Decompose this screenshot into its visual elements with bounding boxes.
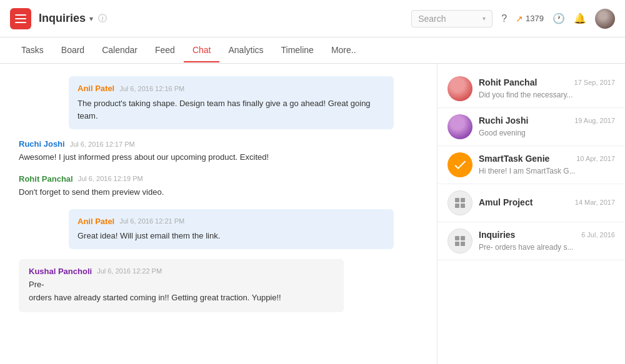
sidebar-contact-amul[interactable]: Amul Project 14 Mar, 2017 [438, 184, 625, 222]
search-box[interactable]: Search ▾ [411, 10, 492, 27]
contact-name-row: Rohit Panchal 17 Sep, 2017 [479, 77, 615, 87]
message-text: Pre-orders have already started coming i… [29, 280, 281, 302]
message-time: Jul 6, 2016 12:16 PM [119, 84, 184, 94]
contact-preview: Pre- orders have already s... [479, 243, 573, 252]
tab-chat[interactable]: Chat [184, 39, 220, 62]
message-group: Anil Patel Jul 6, 2016 12:21 PM Great id… [44, 209, 418, 249]
message-text: Awesome! I just informed press about our… [19, 152, 269, 162]
contact-preview: Good evening [479, 129, 526, 137]
message-author: Anil Patel [78, 82, 114, 95]
sidebar-contact-ruchi[interactable]: Ruchi Joshi 19 Aug, 2017 Good evening [438, 108, 625, 146]
contact-info: Amul Project 14 Mar, 2017 [479, 197, 615, 209]
tab-calendar[interactable]: Calendar [93, 39, 146, 62]
svg-rect-2 [455, 204, 459, 208]
contact-info: Rohit Panchal 17 Sep, 2017 Did you find … [479, 77, 615, 100]
message-text: The product's taking shape. Design team … [78, 99, 371, 121]
message-header: Anil Patel Jul 6, 2016 12:21 PM [78, 215, 385, 228]
project-title: Inquiries [39, 12, 86, 25]
contact-date: 6 Jul, 2016 [581, 231, 615, 239]
trending-count: 1379 [526, 14, 544, 23]
message-author: Kushal Pancholi [29, 267, 92, 276]
sidebar-contact-rohit[interactable]: Rohit Panchal 17 Sep, 2017 Did you find … [438, 70, 625, 108]
contact-name: Inquiries [479, 230, 515, 240]
message-group: Kushal Pancholi Jul 6, 2016 12:22 PM Pre… [19, 259, 418, 312]
main-content: Anil Patel Jul 6, 2016 12:16 PM The prod… [0, 64, 625, 364]
contact-preview: Hi there! I am SmartTask G... [479, 167, 576, 175]
sidebar-contact-inquiries[interactable]: Inquiries 6 Jul, 2016 Pre- orders have a… [438, 222, 625, 260]
trending-badge: ↗ 1379 [516, 14, 544, 24]
contact-date: 19 Aug, 2017 [574, 117, 615, 124]
contact-name: SmartTask Genie [479, 154, 549, 164]
contact-date: 14 Mar, 2017 [575, 199, 615, 206]
svg-rect-3 [461, 204, 465, 208]
tab-more[interactable]: More.. [322, 39, 365, 62]
search-label: Search [418, 14, 479, 24]
message-bubble: Anil Patel Jul 6, 2016 12:21 PM Great id… [69, 209, 394, 249]
clock-icon[interactable]: 🕐 [552, 12, 565, 24]
contact-name-row: SmartTask Genie 10 Apr, 2017 [479, 154, 615, 164]
message-time: Jul 6, 2016 12:21 PM [119, 216, 184, 227]
message-author: Ruchi Joshi [19, 139, 65, 149]
message-bubble: Anil Patel Jul 6, 2016 12:16 PM The prod… [69, 76, 394, 129]
contact-avatar-rohit [448, 76, 472, 101]
user-avatar[interactable] [595, 9, 615, 29]
contact-avatar-ruchi [448, 114, 472, 139]
contact-date: 10 Apr, 2017 [576, 155, 615, 162]
contact-name-row: Ruchi Joshi 19 Aug, 2017 [479, 116, 615, 125]
message-group: Anil Patel Jul 6, 2016 12:16 PM The prod… [44, 76, 418, 129]
message-group: Rohit Panchal Jul 6, 2016 12:19 PM Don't… [19, 174, 418, 199]
svg-rect-4 [455, 236, 459, 240]
info-icon[interactable]: ⓘ [98, 13, 107, 24]
help-icon[interactable]: ? [501, 13, 507, 24]
project-dropdown-icon[interactable]: ▾ [89, 14, 93, 23]
nav-tabs: Tasks Board Calendar Feed Chat Analytics… [0, 37, 625, 64]
header: Inquiries ▾ ⓘ Search ▾ ? ↗ 1379 🕐 🔔 [0, 0, 625, 37]
contact-info: SmartTask Genie 10 Apr, 2017 Hi there! I… [479, 154, 615, 176]
contact-name: Amul Project [479, 197, 532, 207]
message-author: Rohit Panchal [19, 174, 73, 184]
message-time: Jul 6, 2016 12:17 PM [70, 140, 135, 148]
message-header: Anil Patel Jul 6, 2016 12:16 PM [78, 82, 385, 95]
message-text: Don't forget to send them preview video. [19, 187, 164, 197]
hamburger-button[interactable] [10, 8, 31, 29]
svg-rect-5 [461, 236, 465, 240]
contact-avatar-smarttask [448, 152, 472, 177]
contact-date: 17 Sep, 2017 [574, 79, 615, 86]
tab-analytics[interactable]: Analytics [219, 39, 272, 62]
tab-timeline[interactable]: Timeline [272, 39, 322, 62]
message-text: Great idea! Will just email them the lin… [78, 231, 220, 240]
message-author: Anil Patel [78, 215, 114, 228]
message-time: Jul 6, 2016 12:22 PM [97, 267, 162, 275]
tab-tasks[interactable]: Tasks [12, 39, 52, 62]
chat-area: Anil Patel Jul 6, 2016 12:16 PM The prod… [0, 64, 438, 364]
svg-rect-1 [461, 198, 465, 202]
contact-preview: Did you find the necessary... [479, 91, 573, 99]
message-header: Ruchi Joshi Jul 6, 2016 12:17 PM [19, 139, 418, 149]
svg-rect-6 [455, 242, 459, 246]
svg-rect-7 [461, 242, 465, 246]
message-time: Jul 6, 2016 12:19 PM [78, 175, 143, 182]
contact-name-row: Amul Project 14 Mar, 2017 [479, 197, 615, 207]
contact-info: Inquiries 6 Jul, 2016 Pre- orders have a… [479, 230, 615, 252]
message-header: Kushal Pancholi Jul 6, 2016 12:22 PM [29, 267, 334, 276]
tab-feed[interactable]: Feed [146, 39, 184, 62]
right-sidebar: Rohit Panchal 17 Sep, 2017 Did you find … [438, 64, 625, 364]
contact-info: Ruchi Joshi 19 Aug, 2017 Good evening [479, 116, 615, 138]
contact-name: Ruchi Joshi [479, 116, 528, 125]
contact-avatar-amul [448, 190, 472, 215]
tab-board[interactable]: Board [52, 39, 93, 62]
contact-avatar-inquiries [448, 229, 472, 253]
trending-icon: ↗ [516, 14, 523, 24]
svg-rect-0 [455, 198, 459, 202]
header-right: Search ▾ ? ↗ 1379 🕐 🔔 [411, 9, 615, 29]
contact-name: Rohit Panchal [479, 77, 537, 87]
sidebar-contact-smarttask[interactable]: SmartTask Genie 10 Apr, 2017 Hi there! I… [438, 146, 625, 184]
message-group: Ruchi Joshi Jul 6, 2016 12:17 PM Awesome… [19, 139, 418, 164]
message-header: Rohit Panchal Jul 6, 2016 12:19 PM [19, 174, 418, 184]
bell-icon[interactable]: 🔔 [574, 12, 586, 24]
search-dropdown-icon: ▾ [482, 15, 486, 22]
contact-name-row: Inquiries 6 Jul, 2016 [479, 230, 615, 240]
